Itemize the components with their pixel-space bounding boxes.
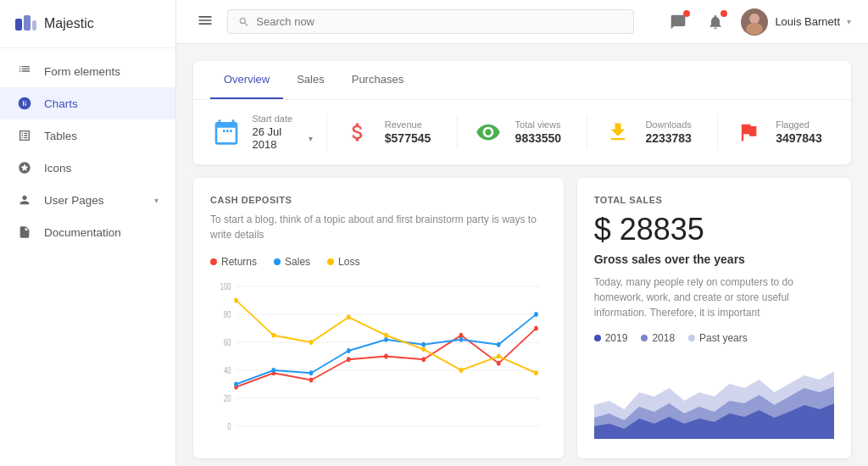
svg-point-51: [347, 314, 351, 319]
stat-revenue-value: $577545: [385, 131, 431, 145]
chevron-down-icon: ▾: [154, 196, 159, 205]
year-dot-past: [688, 335, 695, 341]
pie-icon: [17, 96, 32, 111]
stat-start-date-value[interactable]: 26 Jul 2018 ▾: [252, 125, 312, 151]
eye-icon: [471, 115, 505, 149]
tab-overview[interactable]: Overview: [210, 61, 283, 99]
sidebar-label-tables: Tables: [44, 130, 159, 142]
stat-downloads-value: 2233783: [645, 131, 692, 145]
search-box: [227, 9, 634, 34]
sidebar-item-tables[interactable]: Tables: [0, 119, 175, 152]
year-dot-2019: [594, 335, 601, 341]
sidebar-label-documentation: Documentation: [44, 226, 159, 239]
svg-point-46: [497, 342, 501, 347]
legend-dot-sales: [274, 258, 281, 265]
stats-row: Start date 26 Jul 2018 ▾ Revenue $5775: [193, 100, 851, 164]
svg-rect-6: [223, 130, 225, 132]
tabs-row: Overview Sales Purchases: [193, 61, 851, 100]
svg-point-42: [347, 348, 351, 353]
notifications-badge: [721, 10, 727, 17]
star-icon: [17, 160, 32, 175]
dollar-icon: [341, 115, 375, 149]
svg-point-37: [497, 361, 501, 366]
stat-flagged-label: Flagged: [776, 119, 822, 130]
svg-point-56: [534, 370, 538, 375]
calendar-icon: [210, 115, 242, 149]
stat-flagged-info: Flagged 3497843: [776, 119, 822, 145]
person-icon: [17, 192, 32, 208]
stat-revenue: Revenue $577545: [341, 115, 458, 149]
stat-revenue-label: Revenue: [385, 119, 431, 130]
svg-rect-2: [32, 20, 36, 31]
svg-rect-1: [24, 15, 31, 31]
logo-icon: [14, 12, 37, 36]
stat-start-date: Start date 26 Jul 2018 ▾: [210, 114, 327, 151]
svg-point-45: [459, 337, 464, 342]
menu-button[interactable]: [193, 8, 217, 35]
tab-sales[interactable]: Sales: [283, 61, 338, 99]
chart-legend: Returns Sales Loss: [210, 256, 547, 268]
year-item-past: Past years: [688, 332, 748, 344]
svg-rect-7: [226, 130, 229, 132]
svg-point-44: [421, 342, 426, 347]
svg-rect-8: [230, 130, 232, 132]
svg-text:100: 100: [220, 282, 231, 291]
cash-deposits-description: To start a blog, think of a topic about …: [210, 212, 547, 242]
sidebar-item-documentation[interactable]: Documentation: [0, 216, 175, 248]
stat-downloads: Downloads 2233783: [601, 115, 718, 149]
svg-point-53: [421, 347, 426, 352]
svg-point-32: [309, 378, 314, 383]
messages-button[interactable]: [666, 10, 690, 34]
cash-deposits-title: CASH DEPOSITS: [210, 195, 547, 205]
user-dropdown-icon: ▾: [847, 17, 851, 26]
stat-total-views-label: Total views: [515, 119, 562, 130]
svg-text:80: 80: [224, 310, 231, 319]
avatar: [741, 8, 768, 36]
svg-point-4: [749, 14, 760, 24]
bottom-row: CASH DEPOSITS To start a blog, think of …: [193, 178, 851, 458]
flag-icon: [732, 115, 765, 149]
sidebar-label-user-pages: User Pages: [44, 194, 142, 207]
stat-total-views-value: 9833550: [515, 131, 562, 145]
tab-purchases[interactable]: Purchases: [338, 61, 417, 99]
year-legend: 2019 2018 Past years: [594, 332, 834, 344]
main-area: Louis Barnett ▾ Overview Sales Purchases: [176, 0, 868, 466]
sidebar-item-form-elements[interactable]: Form elements: [0, 55, 175, 87]
year-dot-2018: [641, 335, 648, 341]
table-icon: [17, 128, 32, 143]
legend-sales: Sales: [274, 256, 310, 268]
svg-text:0: 0: [227, 422, 231, 430]
sidebar-item-charts[interactable]: Charts: [0, 87, 175, 119]
total-sales-card: TOTAL SALES $ 28835 Gross sales over the…: [577, 178, 851, 458]
legend-dot-loss: [327, 258, 334, 265]
svg-point-34: [384, 354, 388, 359]
legend-loss: Loss: [327, 256, 359, 268]
svg-point-55: [497, 354, 501, 359]
line-chart-svg: 100 80 60 40 20 0 0 1 2 3 4 5 6: [210, 278, 547, 430]
sidebar-nav: Form elements Charts Tables Icons: [0, 48, 175, 466]
dropdown-arrow-icon: ▾: [309, 134, 313, 143]
legend-returns: Returns: [210, 256, 257, 268]
sales-amount: $ 28835: [594, 212, 834, 247]
stats-card: Overview Sales Purchases Start date 26 J…: [193, 61, 851, 164]
year-item-2019: 2019: [594, 332, 628, 344]
line-chart-area: 100 80 60 40 20 0 0 1 2 3 4 5 6: [210, 278, 547, 441]
sales-subtitle: Gross sales over the years: [594, 252, 834, 266]
search-input[interactable]: [256, 15, 623, 28]
svg-text:40: 40: [224, 366, 231, 375]
area-chart-svg: [594, 354, 834, 439]
svg-point-5: [746, 23, 763, 35]
cash-deposits-card: CASH DEPOSITS To start a blog, think of …: [193, 178, 564, 458]
sidebar-item-icons[interactable]: Icons: [0, 152, 175, 184]
user-name: Louis Barnett: [775, 15, 840, 28]
topbar: Louis Barnett ▾: [176, 0, 868, 44]
svg-point-54: [459, 368, 464, 373]
search-icon: [238, 16, 249, 28]
sales-description: Today, many people rely on computers to …: [594, 275, 834, 320]
content-area: Overview Sales Purchases Start date 26 J…: [176, 44, 868, 466]
sidebar-item-user-pages[interactable]: User Pages ▾: [0, 184, 175, 216]
user-menu[interactable]: Louis Barnett ▾: [741, 8, 851, 36]
notifications-button[interactable]: [704, 10, 727, 34]
svg-point-39: [234, 382, 238, 387]
area-chart-area: [594, 354, 834, 441]
